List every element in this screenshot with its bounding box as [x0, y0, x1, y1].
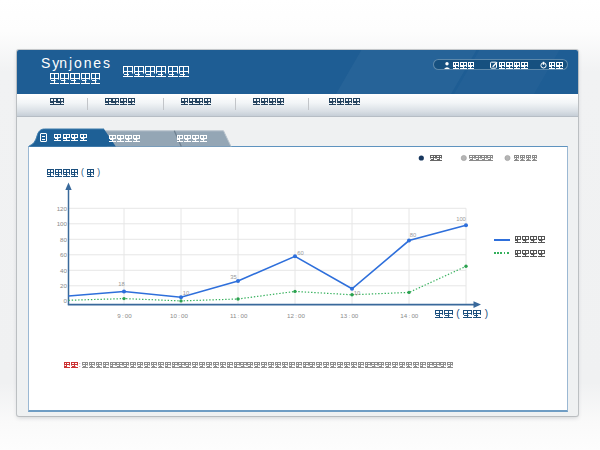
- svg-text:10: 10: [183, 290, 189, 296]
- svg-text:13 : 00: 13 : 00: [340, 312, 359, 319]
- svg-text:35: 35: [230, 274, 236, 280]
- svg-text:120: 120: [57, 205, 68, 212]
- svg-text:10: 10: [354, 290, 360, 296]
- svg-text:18: 18: [118, 281, 124, 287]
- svg-text:80: 80: [60, 236, 67, 243]
- svg-text:60: 60: [297, 250, 303, 256]
- svg-text:10 : 00: 10 : 00: [170, 312, 189, 319]
- svg-text:100: 100: [57, 220, 68, 227]
- svg-text:11 : 00: 11 : 00: [230, 312, 248, 319]
- svg-text:0: 0: [64, 297, 68, 304]
- svg-text:80: 80: [410, 232, 416, 238]
- svg-text:60: 60: [60, 251, 67, 258]
- svg-text:100: 100: [456, 216, 466, 222]
- svg-text:20: 20: [60, 282, 67, 289]
- svg-text:12 : 00: 12 : 00: [287, 312, 306, 319]
- svg-text:40: 40: [60, 267, 67, 274]
- svg-text:14 : 00: 14 : 00: [400, 312, 419, 319]
- svg-text:9 : 00: 9 : 00: [117, 312, 132, 319]
